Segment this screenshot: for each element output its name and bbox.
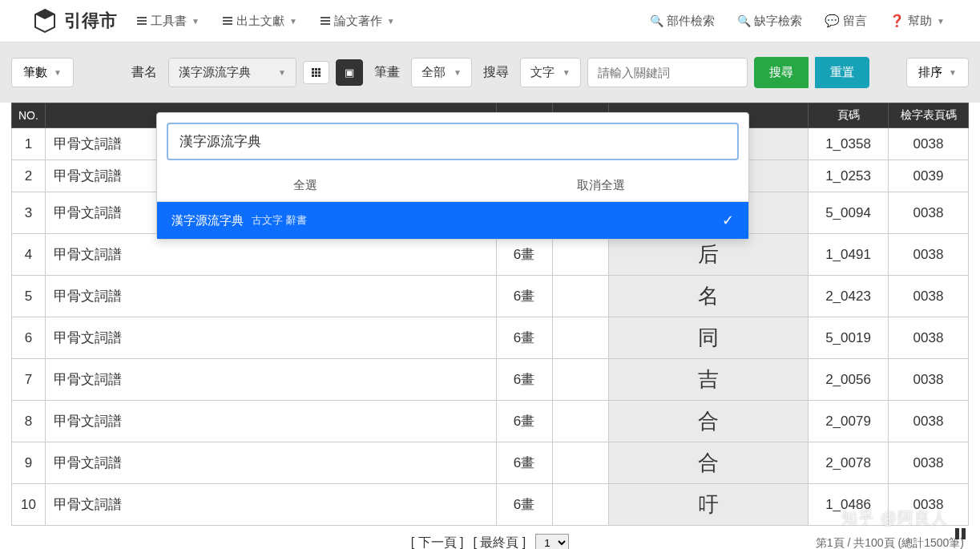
select-all-button[interactable]: 全選: [157, 170, 453, 201]
col-page: 頁碼: [809, 103, 889, 128]
cell-book[interactable]: 甲骨文詞譜: [45, 484, 496, 526]
cell-index[interactable]: 0038: [889, 128, 969, 160]
cell-page[interactable]: 1_0491: [809, 234, 889, 276]
next-page-link[interactable]: [ 下一頁 ]: [411, 535, 464, 549]
dropdown-item[interactable]: 漢字源流字典 古文字 辭書 ✓: [157, 202, 748, 239]
cell-no: 5: [12, 276, 46, 317]
list-view-button[interactable]: ▣: [336, 59, 363, 86]
cell-char[interactable]: 合: [608, 442, 808, 484]
logo-text: 引得市: [64, 9, 117, 33]
help-icon: ❓: [889, 14, 905, 28]
cell-index[interactable]: 0038: [889, 234, 969, 276]
cell-page[interactable]: 1_0253: [809, 160, 889, 192]
nav-missing-search[interactable]: 🔍 缺字檢索: [734, 9, 805, 34]
sort-button[interactable]: 排序 ▼: [906, 58, 969, 87]
cell-char[interactable]: 合: [608, 401, 808, 442]
cell-blank: [552, 234, 608, 276]
cell-index[interactable]: 0038: [889, 401, 969, 442]
cell-page[interactable]: 2_0423: [809, 276, 889, 317]
cell-book[interactable]: 甲骨文詞譜: [45, 401, 496, 442]
nav-papers[interactable]: 論文著作 ▼: [317, 9, 398, 34]
hamburger-icon: [222, 15, 233, 26]
cell-index[interactable]: 0039: [889, 160, 969, 192]
toolbar: 筆數 ▼ 書名 漢字源流字典 ▼ ▣ 筆畫 全部 ▼ 搜尋 文字 ▼ 搜尋 重置…: [0, 42, 980, 103]
cell-char[interactable]: 吁: [608, 484, 808, 526]
nav-documents[interactable]: 出土文獻 ▼: [219, 9, 300, 34]
cell-index[interactable]: 0038: [889, 276, 969, 317]
grid-icon: [312, 68, 321, 77]
header: 引得市 工具書 ▼ 出土文獻 ▼ 論文著作 ▼ 🔍 部件檢索 🔍 缺字檢索 💬 …: [0, 0, 980, 42]
cell-index[interactable]: 0038: [889, 359, 969, 401]
table-row: 4 甲骨文詞譜 6畫 后 1_0491 0038: [12, 234, 969, 276]
last-page-link[interactable]: [ 最終頁 ]: [474, 535, 526, 549]
page-select[interactable]: 1: [535, 534, 569, 549]
table-row: 10 甲骨文詞譜 6畫 吁 1_0486 0038: [12, 484, 969, 526]
pause-icon: [955, 528, 966, 539]
nav-help[interactable]: ❓ 幫助 ▼: [886, 9, 948, 34]
deselect-all-button[interactable]: 取消全選: [453, 170, 748, 201]
cell-book[interactable]: 甲骨文詞譜: [45, 442, 496, 484]
caret-down-icon: ▼: [278, 68, 286, 77]
svg-marker-1: [35, 10, 54, 19]
logo[interactable]: 引得市: [32, 8, 117, 34]
cell-book[interactable]: 甲骨文詞譜: [45, 234, 496, 276]
search-button[interactable]: 搜尋: [754, 57, 809, 88]
caret-down-icon: ▼: [454, 68, 462, 77]
nav-component-search[interactable]: 🔍 部件檢索: [647, 9, 718, 34]
cell-no: 6: [12, 317, 46, 359]
cell-char[interactable]: 名: [608, 276, 808, 317]
table-row: 5 甲骨文詞譜 6畫 名 2_0423 0038: [12, 276, 969, 317]
search-icon: 🔍: [737, 14, 751, 27]
cell-page[interactable]: 2_0056: [809, 359, 889, 401]
search-label: 搜尋: [483, 64, 509, 81]
cell-page[interactable]: 2_0079: [809, 401, 889, 442]
cell-page[interactable]: 1_0486: [809, 484, 889, 526]
cell-page[interactable]: 1_0358: [809, 128, 889, 160]
hamburger-icon: [136, 15, 147, 26]
search-icon: 🔍: [650, 14, 663, 27]
cell-char[interactable]: 吉: [608, 359, 808, 401]
cell-book[interactable]: 甲骨文詞譜: [45, 359, 496, 401]
cell-strokes: 6畫: [496, 234, 552, 276]
logo-icon: [32, 8, 58, 34]
table-row: 6 甲骨文詞譜 6畫 同 5_0019 0038: [12, 317, 969, 359]
caret-down-icon: ▼: [949, 68, 957, 77]
cell-char[interactable]: 后: [608, 234, 808, 276]
caret-down-icon: ▼: [54, 68, 62, 77]
cell-book[interactable]: 甲骨文詞譜: [45, 317, 496, 359]
cell-index[interactable]: 0038: [889, 192, 969, 234]
check-icon: ✓: [722, 212, 734, 229]
table-row: 9 甲骨文詞譜 6畫 合 2_0078 0038: [12, 442, 969, 484]
cell-index[interactable]: 0038: [889, 442, 969, 484]
cell-no: 4: [12, 234, 46, 276]
cell-strokes: 6畫: [496, 484, 552, 526]
strokes-select[interactable]: 全部 ▼: [411, 58, 472, 87]
grid-view-button[interactable]: [303, 61, 329, 84]
nav-tools[interactable]: 工具書 ▼: [133, 9, 203, 34]
cell-blank: [552, 401, 608, 442]
caret-down-icon: ▼: [387, 17, 395, 26]
book-select[interactable]: 漢字源流字典 ▼: [168, 58, 296, 87]
table-row: 8 甲骨文詞譜 6畫 合 2_0079 0038: [12, 401, 969, 442]
cell-no: 9: [12, 442, 46, 484]
cell-page[interactable]: 5_0094: [809, 192, 889, 234]
strokes-label: 筆畫: [374, 64, 400, 81]
pagination: [ 下一頁 ] [ 最終頁 ] 1 第1頁 / 共100頁 (總計1500筆): [0, 526, 980, 549]
nav-comment[interactable]: 💬 留言: [821, 9, 870, 34]
strokes-count-button[interactable]: 筆數 ▼: [11, 58, 74, 87]
cell-index[interactable]: 0038: [889, 317, 969, 359]
cell-index[interactable]: 0038: [889, 484, 969, 526]
cell-no: 3: [12, 192, 46, 234]
cell-char[interactable]: 同: [608, 317, 808, 359]
cell-page[interactable]: 2_0078: [809, 442, 889, 484]
dropdown-search-input[interactable]: 漢字源流字典: [167, 123, 739, 160]
cell-book[interactable]: 甲骨文詞譜: [45, 276, 496, 317]
cell-page[interactable]: 5_0019: [809, 317, 889, 359]
cell-no: 10: [12, 484, 46, 526]
search-type-select[interactable]: 文字 ▼: [520, 58, 581, 87]
cell-strokes: 6畫: [496, 401, 552, 442]
search-input[interactable]: [587, 58, 748, 87]
table-row: 7 甲骨文詞譜 6畫 吉 2_0056 0038: [12, 359, 969, 401]
cell-blank: [552, 484, 608, 526]
reset-button[interactable]: 重置: [815, 57, 869, 88]
